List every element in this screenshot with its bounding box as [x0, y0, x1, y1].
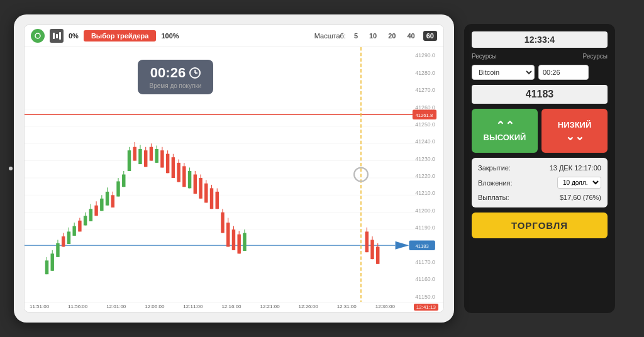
percent-left: 0% — [69, 32, 79, 40]
time-display: 12:33:4 — [472, 31, 608, 48]
chart-area: 0% Выбор трейдера 100% Масштаб: 5 10 20 … — [24, 25, 444, 312]
scale-10[interactable]: 10 — [366, 31, 380, 41]
svg-text:41280.0: 41280.0 — [415, 70, 435, 76]
svg-text:41250.0: 41250.0 — [415, 121, 435, 128]
timer-time: 00:26 — [148, 65, 203, 81]
timer-value: 00:26 — [150, 65, 186, 81]
scale-5[interactable]: 5 — [351, 31, 361, 41]
svg-point-0 — [35, 33, 40, 38]
chart-svg: 41290.0 41280.0 41270.0 41260.0 41250.0 … — [25, 47, 443, 302]
svg-text:41210.0: 41210.0 — [415, 190, 435, 196]
bar-chart-icon[interactable] — [50, 29, 64, 43]
main-container: 0% Выбор трейдера 100% Масштаб: 5 10 20 … — [14, 14, 630, 323]
x-label: 12:36:00 — [375, 304, 395, 311]
scale-60[interactable]: 60 — [423, 31, 437, 41]
trade-button[interactable]: ТОРГОВЛЯ — [472, 213, 608, 238]
svg-text:41260.0: 41260.0 — [415, 104, 435, 111]
svg-text:41170.0: 41170.0 — [415, 259, 435, 265]
timer-label: Время до покупки — [148, 82, 203, 89]
info-section: Закрытие: 13 ДЕК 12:17:00 Вложения: 10 д… — [472, 158, 608, 207]
chart-body: 00:26 Время до покупки 41290.0 41280.0 4… — [25, 47, 443, 302]
svg-text:41150.0: 41150.0 — [415, 294, 435, 300]
svg-text:41240.0: 41240.0 — [415, 138, 435, 145]
resources-labels: Ресурсы Ресурсы — [472, 53, 608, 60]
x-label: 12:31:00 — [337, 304, 357, 311]
scale-20[interactable]: 20 — [385, 31, 399, 41]
asset-time-input[interactable] — [538, 65, 589, 80]
svg-text:41270.0: 41270.0 — [415, 87, 435, 93]
resources-label-2: Ресурсы — [583, 53, 608, 60]
svg-text:41220.0: 41220.0 — [415, 173, 435, 179]
x-label-current: 12:41:13 — [414, 304, 438, 311]
tablet: 0% Выбор трейдера 100% Масштаб: 5 10 20 … — [14, 14, 454, 323]
scale-40[interactable]: 40 — [404, 31, 418, 41]
resource-inputs: Bitcoin — [472, 65, 608, 80]
svg-text:41160.0: 41160.0 — [415, 276, 435, 282]
svg-text:41190.0: 41190.0 — [415, 224, 435, 231]
x-label: 12:21:00 — [260, 304, 279, 311]
investment-row: Вложения: 10 долл. — [478, 177, 601, 189]
high-button[interactable]: ⌃⌃ ВЫСОКИЙ — [472, 109, 538, 153]
x-label: 12:26:00 — [299, 304, 318, 311]
masshtab-label: Масштаб: — [314, 32, 346, 40]
clock-icon — [189, 67, 201, 79]
right-panel: 12:33:4 Ресурсы Ресурсы Bitcoin 41183 ⌃⌃… — [464, 24, 615, 313]
closing-value: 13 ДЕК 12:17:00 — [550, 164, 601, 172]
closing-row: Закрытие: 13 ДЕК 12:17:00 — [478, 164, 601, 172]
toolbar: 0% Выбор трейдера 100% Масштаб: 5 10 20 … — [25, 25, 443, 47]
timer-overlay: 00:26 Время до покупки — [138, 60, 213, 94]
svg-text:41200.0: 41200.0 — [415, 207, 435, 214]
closing-label: Закрытие: — [478, 164, 511, 172]
low-button[interactable]: НИЗКИЙ ⌄⌄ — [541, 109, 608, 153]
svg-marker-29 — [396, 241, 409, 250]
x-label: 12:01:00 — [106, 304, 126, 311]
svg-text:41290.0: 41290.0 — [415, 52, 435, 58]
price-display: 41183 — [472, 85, 608, 104]
payout-value: $17,60 (76%) — [560, 194, 601, 201]
high-label: ВЫСОКИЙ — [484, 133, 526, 142]
percent-right: 100% — [161, 32, 179, 40]
x-label: 12:16:00 — [221, 304, 241, 311]
asset-select[interactable]: Bitcoin — [472, 65, 535, 80]
x-label: 11:51:00 — [30, 304, 49, 311]
x-label: 11:56:00 — [68, 304, 87, 311]
low-label: НИЗКИЙ — [558, 120, 592, 130]
chevrons-up-icon: ⌃⌃ — [496, 120, 514, 131]
circle-icon[interactable] — [31, 29, 45, 43]
svg-text:41261.8: 41261.8 — [416, 113, 433, 118]
payout-label: Выплаты: — [478, 194, 509, 201]
direction-buttons: ⌃⌃ ВЫСОКИЙ НИЗКИЙ ⌄⌄ — [472, 109, 608, 153]
svg-text:41230.0: 41230.0 — [415, 156, 435, 162]
x-label: 12:06:00 — [145, 304, 164, 311]
payout-row: Выплаты: $17,60 (76%) — [478, 194, 601, 201]
investment-select[interactable]: 10 долл. — [557, 177, 601, 189]
chevrons-down-icon: ⌄⌄ — [565, 131, 584, 142]
resources-label-1: Ресурсы — [472, 53, 496, 60]
x-label: 12:11:00 — [183, 304, 203, 311]
investment-label: Вложения: — [478, 179, 513, 187]
trader-select-button[interactable]: Выбор трейдера — [84, 30, 157, 41]
x-axis: 11:51:00 11:56:00 12:01:00 12:06:00 12:1… — [25, 302, 443, 312]
svg-text:41183: 41183 — [416, 243, 429, 249]
